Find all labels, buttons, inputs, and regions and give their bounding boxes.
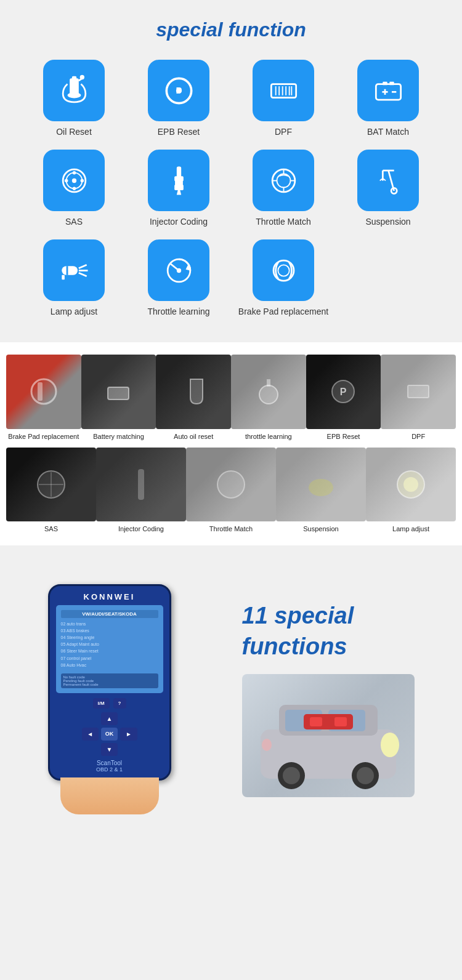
bat-photo-icon [103, 376, 134, 407]
icon-box-bat-match [357, 60, 419, 121]
svg-point-48 [176, 268, 180, 273]
photo-item-sas1: SAS [6, 448, 96, 539]
photo-item-oil: Auto oil reset [156, 355, 231, 448]
device-buttons-row1: I/M ? [56, 698, 163, 709]
dpf-icon [267, 74, 301, 108]
photo-label-sus1: Suspension [302, 524, 340, 533]
svg-rect-15 [383, 81, 387, 85]
photo-lamp1 [366, 448, 456, 521]
icon-box-dpf [253, 60, 314, 121]
icon-item-oil-reset[interactable]: Oil Reset [25, 60, 123, 137]
epb-reset-icon: P [162, 74, 196, 108]
btn-up[interactable]: ▲ [101, 712, 118, 725]
bp-photo-icon [28, 376, 59, 407]
lamp1-photo-icon [392, 466, 429, 503]
svg-point-3 [79, 74, 84, 79]
svg-point-72 [283, 767, 300, 784]
photo-item-dpf1: DPF [381, 355, 456, 448]
icon-label-bat-match: BAT Match [367, 126, 409, 137]
icon-box-sas [43, 150, 105, 211]
btn-right[interactable]: ► [120, 728, 137, 741]
icon-item-suspension[interactable]: Suspension [339, 150, 437, 227]
icon-box-lamp-adjust [43, 239, 105, 301]
btn-question[interactable]: ? [113, 698, 126, 709]
photo-thr2 [186, 448, 276, 521]
btn-down[interactable]: ▼ [101, 743, 118, 756]
device-obd-label: OBD 2 & 1 [56, 766, 163, 773]
suspension-icon [371, 164, 405, 198]
svg-point-74 [357, 767, 374, 784]
icon-item-epb-reset[interactable]: P EPB Reset [129, 60, 228, 137]
svg-point-51 [31, 379, 56, 404]
svg-point-54 [259, 385, 278, 404]
photo-label-lamp1: Lamp adjust [391, 524, 431, 533]
photo-label-dpf1: DPF [410, 432, 426, 441]
svg-point-64 [309, 479, 333, 496]
epb1-photo-icon: P [328, 376, 359, 407]
device-body: KONNWEI VW/AUDI/SEAT/SKODA 02 auto trans… [48, 584, 171, 781]
icon-item-throttle-match[interactable]: Throttle Match [234, 150, 333, 227]
photo-item-lamp1: Lamp adjust [366, 448, 456, 539]
icons-grid: Oil Reset P EPB Reset [25, 60, 437, 318]
icon-box-injector-coding [148, 150, 209, 211]
bat-match-icon [371, 74, 405, 108]
svg-rect-76 [310, 717, 322, 726]
svg-point-26 [71, 179, 76, 183]
photo-item-thr1: throttle learning [231, 355, 306, 448]
icon-box-throttle-learning [148, 239, 209, 301]
thr1-photo-icon [253, 376, 284, 407]
device-screen: VW/AUDI/SEAT/SKODA 02 auto trans 03 ABS … [56, 605, 163, 693]
sas1-photo-icon [33, 466, 70, 503]
inj1-photo-icon [123, 466, 160, 503]
icon-item-dpf[interactable]: DPF [234, 60, 333, 137]
btn-im[interactable]: I/M [93, 698, 110, 709]
photo-label-bp: Brake Pad replacement [7, 432, 80, 441]
photo-label-sas1: SAS [43, 524, 59, 533]
svg-rect-7 [271, 84, 296, 97]
svg-rect-55 [267, 379, 270, 387]
svg-text:P: P [176, 86, 182, 95]
device-scan-tool-label: ScanTool [56, 760, 163, 766]
brake-pad-icon [267, 254, 301, 287]
svg-rect-52 [38, 382, 43, 401]
svg-point-66 [403, 477, 418, 492]
icon-label-throttle-match: Throttle Match [256, 216, 310, 227]
photo-item-bat: Battery matching [81, 355, 156, 448]
photo-oil [156, 355, 231, 430]
btn-ok[interactable]: OK [101, 728, 118, 741]
icon-item-throttle-learning[interactable]: Throttle learning [129, 239, 228, 317]
device-section: KONNWEI VW/AUDI/SEAT/SKODA 02 auto trans… [0, 545, 462, 853]
icon-label-oil-reset: Oil Reset [56, 126, 92, 137]
icon-label-epb-reset: EPB Reset [158, 126, 200, 137]
photo-grid-row2: SAS Injector Coding Throttle Match [0, 448, 462, 539]
btn-left[interactable]: ◄ [82, 728, 99, 741]
icon-item-brake-pad[interactable]: Brake Pad replacement [234, 239, 333, 317]
icon-label-sas: SAS [65, 216, 83, 227]
svg-point-25 [80, 179, 84, 182]
photo-label-thr1: throttle learning [244, 432, 293, 441]
svg-point-63 [217, 471, 245, 498]
svg-point-32 [277, 174, 290, 187]
oil-reset-icon [57, 74, 91, 108]
svg-point-23 [72, 187, 76, 190]
svg-point-79 [262, 739, 272, 751]
svg-point-1 [67, 92, 81, 98]
icon-label-dpf: DPF [275, 126, 292, 137]
icon-item-sas[interactable]: SAS [25, 150, 123, 227]
photo-thr1 [231, 355, 306, 430]
icon-item-injector-coding[interactable]: Injector Coding [129, 150, 228, 227]
icon-item-bat-match[interactable]: BAT Match [339, 60, 437, 137]
thr2-photo-icon [213, 466, 249, 503]
svg-line-42 [78, 265, 86, 268]
photo-label-inj1: Injector Coding [117, 524, 165, 533]
photo-bat [81, 355, 156, 430]
svg-rect-27 [176, 166, 180, 177]
svg-rect-2 [71, 76, 76, 80]
icon-item-lamp-adjust[interactable]: Lamp adjust [25, 239, 123, 317]
svg-rect-53 [108, 387, 129, 400]
svg-line-44 [78, 273, 86, 276]
svg-point-78 [381, 733, 399, 757]
photo-dpf1 [381, 355, 456, 430]
photo-bp [6, 355, 81, 430]
car-graphic [242, 674, 415, 797]
